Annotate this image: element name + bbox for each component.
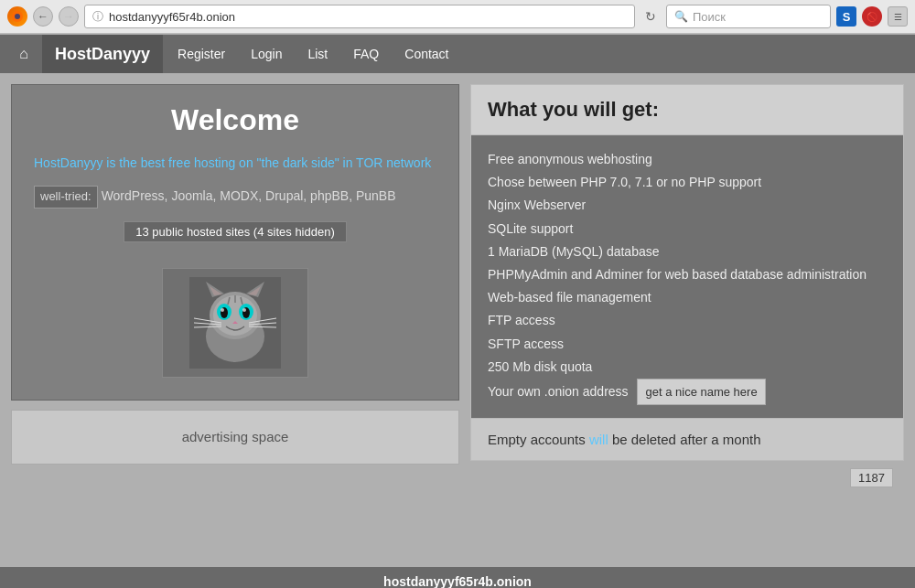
left-column: Welcome HostDanyyy is the best free host…	[11, 84, 459, 465]
feature-item-4: 1 MariaDB (MySQL) database	[488, 241, 887, 263]
cat-image-box	[162, 268, 308, 378]
info-icon: ⓘ	[92, 9, 103, 25]
features-body: Free anonymous webhosting Chose between …	[470, 134, 904, 419]
svg-point-14	[221, 308, 224, 312]
empty-accounts-text-after: be deleted after a month	[608, 432, 761, 447]
well-tried-items: WordPress, Joomla, MODX, Drupal, phpBB, …	[102, 188, 396, 203]
adblock-extension[interactable]: 🚫	[862, 6, 882, 27]
page-wrapper: Welcome HostDanyyy is the best free host…	[0, 73, 915, 567]
forward-button[interactable]: →	[59, 6, 79, 27]
feature-item-2: Nginx Webserver	[488, 194, 887, 217]
content-row: Welcome HostDanyyy is the best free host…	[11, 84, 904, 465]
footer: hostdanyyyf65r4b.onion	[0, 567, 915, 588]
feature-item-3: SQLite support	[488, 218, 887, 241]
reload-button[interactable]: ↻	[640, 6, 661, 27]
search-bar[interactable]: 🔍 Поиск	[666, 5, 831, 28]
search-icon: 🔍	[674, 10, 688, 23]
svg-point-15	[242, 308, 246, 312]
welcome-box: Welcome HostDanyyy is the best free host…	[11, 84, 459, 401]
browser-chrome: ← → ⓘ hostdanyyyf65r4b.onion ↻ 🔍 Поиск S…	[0, 0, 915, 35]
nav-brand[interactable]: HostDanyyy	[42, 35, 163, 73]
search-placeholder: Поиск	[693, 10, 726, 24]
right-column: What you will get: Free anonymous webhos…	[470, 84, 904, 461]
feature-item-7: FTP access	[488, 309, 887, 332]
well-tried-line: well-tried:WordPress, Joomla, MODX, Drup…	[34, 186, 436, 208]
address-bar[interactable]: ⓘ hostdanyyyf65r4b.onion	[84, 5, 635, 28]
footer-url: hostdanyyyf65r4b.onion	[383, 574, 532, 588]
feature-item-6: Web-based file management	[488, 286, 887, 309]
back-button[interactable]: ←	[33, 6, 53, 27]
feature-item-0: Free anonymous webhosting	[488, 148, 887, 171]
feature-item-10: Your own .onion address get a nice name …	[488, 379, 887, 405]
feature-item-1: Chose between PHP 7.0, 7.1 or no PHP sup…	[488, 171, 887, 194]
url-text: hostdanyyyf65r4b.onion	[109, 10, 235, 24]
nav-faq[interactable]: FAQ	[340, 35, 392, 73]
features-header: What you will get:	[470, 84, 904, 134]
feature-item-9: 250 Mb disk quota	[488, 356, 887, 379]
advertising-box: advertising space	[11, 410, 459, 465]
navbar: ⌂ HostDanyyy Register Login List FAQ Con…	[0, 35, 915, 73]
nav-contact[interactable]: Contact	[392, 35, 461, 73]
feature-item-8: SFTP access	[488, 333, 887, 356]
empty-accounts-will: will	[589, 432, 608, 447]
home-button[interactable]: ⌂	[9, 39, 38, 69]
bottom-bar: 1187	[11, 465, 904, 491]
welcome-description: HostDanyyy is the best free hosting on "…	[34, 154, 436, 173]
empty-accounts-box: Empty accounts will be deleted after a m…	[470, 419, 904, 461]
browser-menu-button[interactable]: ☰	[888, 6, 908, 27]
welcome-title: Welcome	[34, 103, 436, 137]
svg-point-1	[15, 14, 20, 19]
feature-item-5: PHPMyAdmin and Adminer for web based dat…	[488, 263, 887, 286]
cat-illustration	[189, 277, 281, 369]
nav-login[interactable]: Login	[238, 35, 295, 73]
nav-register[interactable]: Register	[165, 35, 238, 73]
empty-accounts-text-before: Empty accounts	[488, 432, 589, 447]
well-tried-badge: well-tried:	[34, 186, 98, 208]
nav-list[interactable]: List	[295, 35, 340, 73]
browser-toolbar: ← → ⓘ hostdanyyyf65r4b.onion ↻ 🔍 Поиск S…	[0, 0, 915, 34]
counter-box: 1187	[850, 468, 893, 487]
get-nice-name-button[interactable]: get a nice name here	[637, 379, 765, 405]
sites-count-button[interactable]: 13 public hosted sites (4 sites hidden)	[124, 221, 347, 242]
advertising-text: advertising space	[182, 429, 289, 444]
skype-extension[interactable]: S	[836, 6, 856, 27]
firefox-icon	[7, 6, 27, 27]
